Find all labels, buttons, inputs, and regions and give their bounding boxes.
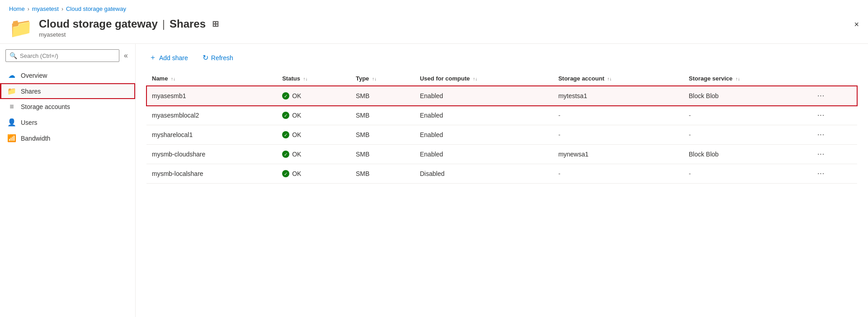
status-check-icon: ✓ [282, 131, 289, 138]
add-share-label: Add share [159, 54, 188, 62]
refresh-label: Refresh [211, 54, 233, 62]
collapse-sidebar-button[interactable]: « [122, 50, 130, 62]
status-check-icon: ✓ [282, 151, 289, 158]
cloud-icon: ☁ [7, 71, 16, 80]
header-subtitle: myasetest [39, 31, 219, 38]
add-icon: ＋ [149, 53, 156, 62]
sidebar-item-storage-accounts[interactable]: ≡ Storage accounts [0, 99, 135, 114]
wifi-icon: 📶 [7, 134, 16, 142]
row-more-button[interactable]: ··· [815, 149, 827, 159]
col-header-storage-account[interactable]: Storage account ↑↓ [553, 71, 684, 86]
cell-status: ✓OK [277, 106, 350, 125]
row-more-button[interactable]: ··· [815, 169, 827, 179]
breadcrumb: Home › myasetest › Cloud storage gateway [0, 0, 868, 16]
search-icon: 🔍 [9, 52, 17, 59]
cell-status: ✓OK [277, 125, 350, 145]
row-more-button[interactable]: ··· [815, 130, 827, 140]
breadcrumb-sep-2: › [61, 6, 63, 12]
col-header-name[interactable]: Name ↑↓ [146, 71, 277, 86]
content-area: ＋ Add share ↻ Refresh Name ↑↓ Status ↑↓ [136, 44, 868, 317]
status-text: OK [292, 131, 301, 138]
cell-actions: ··· [809, 125, 857, 145]
col-header-status[interactable]: Status ↑↓ [277, 71, 350, 86]
cell-storage-account: - [553, 106, 684, 125]
dash-service: - [689, 170, 691, 177]
search-input[interactable] [20, 52, 115, 59]
resource-icon: 📁 [9, 19, 33, 38]
folder-icon: 📁 [7, 87, 16, 95]
cell-status: ✓OK [277, 164, 350, 184]
status-check-icon: ✓ [282, 112, 289, 119]
col-header-used-for-compute[interactable]: Used for compute ↑↓ [415, 71, 553, 86]
table-header-row: Name ↑↓ Status ↑↓ Type ↑↓ Used for compu… [146, 71, 857, 86]
cell-storage-account: mynewsa1 [553, 145, 684, 164]
sidebar-item-overview-label: Overview [21, 72, 47, 79]
table-row[interactable]: mysmb-localshare✓OKSMBDisabled--··· [146, 164, 857, 184]
dash-service: - [689, 131, 691, 138]
sidebar-item-shares-label: Shares [21, 88, 41, 95]
toolbar: ＋ Add share ↻ Refresh [146, 51, 857, 64]
cell-actions: ··· [809, 106, 857, 125]
sidebar-item-storage-label: Storage accounts [21, 103, 70, 110]
sidebar-item-users-label: Users [21, 119, 38, 126]
cell-type: SMB [350, 164, 415, 184]
cell-name: mysmb-localshare [146, 164, 277, 184]
breadcrumb-sep-1: › [28, 6, 29, 12]
breadcrumb-current[interactable]: Cloud storage gateway [66, 5, 126, 12]
cell-storage-account: - [553, 164, 684, 184]
col-header-storage-service[interactable]: Storage service ↑↓ [683, 71, 809, 86]
status-text: OK [292, 112, 301, 119]
status-text: OK [292, 151, 301, 158]
cell-used-for-compute: Enabled [415, 106, 553, 125]
table-row[interactable]: mysmb-cloudshare✓OKSMBEnabledmynewsa1Blo… [146, 145, 857, 164]
cell-name: mysmb-cloudshare [146, 145, 277, 164]
dash-account: - [558, 170, 561, 177]
pin-icon[interactable]: ⊞ [212, 19, 219, 29]
sort-icon-account: ↑↓ [607, 76, 612, 81]
cell-used-for-compute: Enabled [415, 125, 553, 145]
close-button[interactable]: × [854, 20, 859, 28]
col-header-type[interactable]: Type ↑↓ [350, 71, 415, 86]
sidebar-item-shares[interactable]: 📁 Shares [0, 83, 135, 99]
header-section-name: Shares [170, 18, 206, 30]
status-text: OK [292, 170, 301, 177]
table-row[interactable]: myasesmblocal2✓OKSMBEnabled--··· [146, 106, 857, 125]
header-title: Cloud storage gateway | Shares ⊞ [39, 18, 219, 30]
search-box[interactable]: 🔍 [5, 49, 119, 62]
sidebar-item-users[interactable]: 👤 Users [0, 114, 135, 130]
sidebar-item-overview[interactable]: ☁ Overview [0, 67, 135, 83]
col-header-actions [809, 71, 857, 86]
row-more-button[interactable]: ··· [815, 110, 827, 120]
add-share-button[interactable]: ＋ Add share [146, 51, 191, 64]
cell-used-for-compute: Enabled [415, 145, 553, 164]
row-more-button[interactable]: ··· [815, 91, 827, 101]
cell-actions: ··· [809, 145, 857, 164]
cell-name: myasesmblocal2 [146, 106, 277, 125]
sidebar-item-bandwidth[interactable]: 📶 Bandwidth [0, 130, 135, 146]
cell-storage-service: - [683, 106, 809, 125]
status-check-icon: ✓ [282, 92, 289, 99]
shares-table: Name ↑↓ Status ↑↓ Type ↑↓ Used for compu… [146, 71, 857, 184]
header-resource-name: Cloud storage gateway [39, 18, 158, 30]
status-check-icon: ✓ [282, 170, 289, 177]
table-row[interactable]: mysharelocal1✓OKSMBEnabled--··· [146, 125, 857, 145]
cell-status: ✓OK [277, 86, 350, 106]
cell-storage-service: Block Blob [683, 86, 809, 106]
sort-icon-status: ↑↓ [303, 76, 308, 81]
table-row[interactable]: myasesmb1✓OKSMBEnabledmytestsa1Block Blo… [146, 86, 857, 106]
cell-actions: ··· [809, 164, 857, 184]
cell-name: mysharelocal1 [146, 125, 277, 145]
page-header: 📁 Cloud storage gateway | Shares ⊞ myase… [0, 16, 868, 44]
breadcrumb-myasetest[interactable]: myasetest [32, 5, 59, 12]
cell-type: SMB [350, 106, 415, 125]
sort-icon-compute: ↑↓ [473, 76, 477, 81]
cell-type: SMB [350, 145, 415, 164]
cell-storage-service: - [683, 125, 809, 145]
dash-account: - [558, 112, 561, 119]
header-separator: | [162, 18, 165, 30]
cell-name: myasesmb1 [146, 86, 277, 106]
breadcrumb-home[interactable]: Home [9, 5, 25, 12]
refresh-button[interactable]: ↻ Refresh [200, 52, 236, 64]
cell-storage-account: - [553, 125, 684, 145]
header-text: Cloud storage gateway | Shares ⊞ myasete… [39, 18, 219, 38]
